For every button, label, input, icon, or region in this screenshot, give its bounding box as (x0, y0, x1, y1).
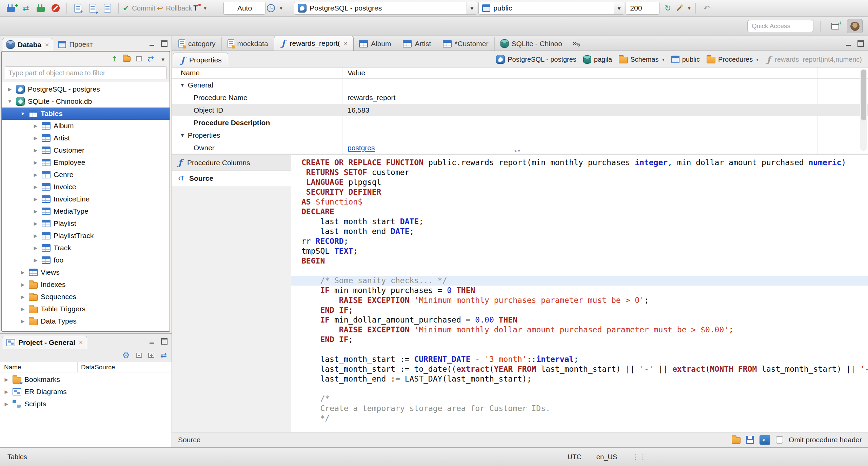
tree-item-foo[interactable]: ▶foo (2, 254, 170, 266)
tree-item-postgresql-postgres[interactable]: ▶PostgreSQL - postgres (2, 83, 170, 95)
twisty-icon[interactable]: ▶ (33, 123, 39, 129)
sync-with-editor-button[interactable]: ↥ (112, 55, 118, 63)
twisty-icon[interactable]: ▶ (33, 160, 39, 165)
minimize-view-button[interactable] (148, 338, 156, 345)
maximize-view-button[interactable] (160, 338, 168, 345)
maximize-view-button[interactable] (160, 40, 168, 47)
property-row-object-id[interactable]: Object ID16,583 (172, 104, 868, 116)
fetch-size-input[interactable] (626, 2, 659, 15)
column-header-name[interactable]: Name (172, 69, 342, 77)
editor-tab-customer[interactable]: *Customer (437, 37, 494, 51)
open-sql-script-button[interactable] (86, 1, 99, 15)
commit-button[interactable]: ✔Commit (123, 1, 155, 15)
undo-button[interactable]: ↶ (700, 1, 713, 15)
link-with-editor-button[interactable]: ⇄ (160, 351, 167, 360)
source-code[interactable]: CREATE OR REPLACE FUNCTION public.reward… (291, 155, 868, 432)
tree-item-indexes[interactable]: ▶Indexes (2, 278, 170, 291)
tree-item-tables[interactable]: ▼Tables (2, 108, 170, 120)
property-row-procedure-name[interactable]: Procedure Namerewards_report (172, 91, 868, 104)
project-item-bookmarks[interactable]: ▶Bookmarks (0, 373, 172, 386)
column-header-datasource[interactable]: DataSource (77, 362, 115, 372)
twisty-icon[interactable]: ▶ (20, 318, 26, 324)
editor-tab-sqlite-chinoo[interactable]: SQLite - Chinoo (495, 37, 568, 51)
twisty-icon[interactable]: ▼ (180, 82, 185, 88)
minimize-editor-button[interactable] (844, 40, 852, 47)
tree-item-invoiceline[interactable]: ▶InvoiceLine (2, 193, 170, 205)
twisty-icon[interactable]: ▶ (20, 270, 26, 275)
transaction-log-button[interactable]: ▼ (267, 1, 283, 15)
disconnect-button[interactable] (49, 1, 62, 15)
twisty-icon[interactable]: ▶ (33, 172, 39, 177)
editor-tab-mockdata[interactable]: mockdata (222, 37, 274, 51)
grid-resize-arrows[interactable]: ▴▾ (514, 148, 521, 153)
project-item-scripts[interactable]: ▶Scripts (0, 398, 172, 410)
twisty-icon[interactable]: ▶ (33, 245, 39, 251)
column-header-name[interactable]: Name (0, 362, 77, 372)
project-item-er-diagrams[interactable]: ▶ER Diagrams (0, 386, 172, 398)
tree-item-mediatype[interactable]: ▶MediaType (2, 205, 170, 217)
status-locale[interactable]: en_US (596, 453, 617, 461)
project-settings-button[interactable]: ⚙ (122, 351, 130, 360)
twisty-icon[interactable]: ▶ (33, 233, 39, 238)
tab-projects[interactable]: Проект (54, 38, 97, 51)
new-folder-button[interactable] (123, 55, 131, 63)
tree-item-sqlite-chinook-db[interactable]: ▼SQLite - Chinook.db (2, 95, 170, 108)
open-perspective-button[interactable] (827, 19, 843, 33)
property-row-properties[interactable]: ▼Properties (172, 129, 868, 141)
twisty-icon[interactable]: ▶ (3, 401, 9, 407)
rollback-button[interactable]: ↩Rollback (157, 1, 192, 15)
twisty-icon[interactable]: ▶ (33, 257, 39, 263)
tree-item-artist[interactable]: ▶Artist (2, 132, 170, 144)
breadcrumb-item-postgresql-postgres[interactable]: PostgreSQL - postgres (496, 55, 576, 64)
twisty-icon[interactable]: ▼ (20, 111, 26, 116)
schema-select[interactable]: public ▼ (478, 2, 624, 15)
save-icon[interactable] (746, 436, 754, 444)
breadcrumb-item-pagila[interactable]: pagila (583, 55, 612, 64)
twisty-icon[interactable]: ▶ (33, 148, 39, 153)
console-icon[interactable]: >_ (760, 435, 770, 445)
twisty-icon[interactable]: ▶ (3, 377, 9, 382)
twisty-icon[interactable]: ▶ (20, 282, 26, 287)
twisty-icon[interactable]: ▶ (33, 209, 39, 214)
new-sql-editor-button[interactable] (71, 1, 84, 15)
property-row-general[interactable]: ▼General (172, 79, 868, 91)
chevron-down-icon[interactable]: ▾ (662, 57, 665, 62)
new-connection-button[interactable] (4, 1, 18, 15)
chevron-down-icon[interactable]: ▾ (756, 57, 758, 62)
status-timezone[interactable]: UTC (568, 453, 581, 461)
tree-item-customer[interactable]: ▶Customer (2, 144, 170, 156)
twisty-icon[interactable]: ▼ (180, 133, 185, 138)
connect-button[interactable]: ⇄ (19, 1, 33, 15)
tab-database-navigator[interactable]: Databa × (2, 38, 53, 51)
omit-header-checkbox[interactable] (776, 436, 783, 444)
collapse-all-button[interactable] (136, 55, 142, 63)
recent-sql-editor-button[interactable] (101, 1, 114, 15)
expand-all-button[interactable] (148, 351, 154, 360)
column-header-value[interactable]: Value (342, 69, 365, 77)
breadcrumb-item-schemas[interactable]: Schemas▾ (619, 55, 664, 63)
breadcrumb-item-procedures[interactable]: Procedures▾ (707, 55, 758, 63)
property-row-procedure-description[interactable]: Procedure Description (172, 116, 868, 129)
twisty-icon[interactable]: ▶ (20, 306, 26, 312)
twisty-icon[interactable]: ▶ (33, 196, 39, 202)
quick-access-input[interactable] (747, 20, 813, 32)
minimize-view-button[interactable] (148, 40, 156, 47)
breadcrumb-item-rewards-report-int4-numeric[interactable]: ƒrewards_report(int4,numeric) (765, 55, 862, 64)
editor-tab-rewards-report[interactable]: ƒrewards_report(× (274, 36, 354, 51)
refresh-button[interactable]: ↻ (661, 1, 674, 15)
link-with-editor-button[interactable]: ⇄ (147, 55, 154, 63)
twisty-icon[interactable]: ▶ (33, 184, 39, 190)
tree-item-album[interactable]: ▶Album (2, 120, 170, 132)
tree-item-views[interactable]: ▶Views (2, 266, 170, 278)
tree-item-employee[interactable]: ▶Employee (2, 156, 170, 169)
subtab-source[interactable]: ‹TSource (172, 171, 291, 186)
twisty-icon[interactable]: ▼ (7, 99, 13, 104)
autocommit-select[interactable]: Auto (223, 2, 265, 15)
tree-item-sequences[interactable]: ▶Sequences (2, 291, 170, 303)
tree-item-table-triggers[interactable]: ▶Table Triggers (2, 303, 170, 315)
grid-scrollbar[interactable] (860, 69, 867, 151)
tab-close-icon[interactable]: × (45, 41, 49, 48)
tab-close-icon[interactable]: × (344, 40, 348, 47)
tree-item-playlisttrack[interactable]: ▶PlaylistTrack (2, 230, 170, 242)
tab-close-icon[interactable]: × (79, 339, 83, 346)
